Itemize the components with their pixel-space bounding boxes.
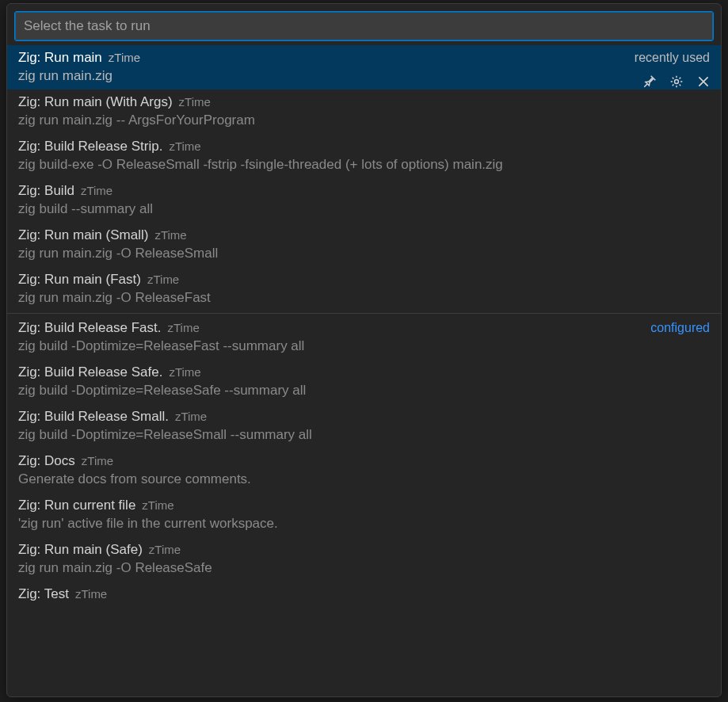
task-item[interactable]: Zig: Build Release Safe.zTimezig build -… [7, 360, 721, 404]
task-description: zig build-exe -O ReleaseSmall -fstrip -f… [18, 157, 710, 173]
task-description: zig run main.zig -O ReleaseFast [18, 290, 710, 306]
task-title: Zig: Run main [18, 50, 102, 66]
gear-icon[interactable] [667, 72, 686, 91]
task-item[interactable]: Zig: DocszTimeGenerate docs from source … [7, 448, 721, 493]
task-title: Zig: Run main (With Args) [18, 94, 173, 110]
configured-badge: configured [650, 321, 710, 335]
task-source: zTime [81, 184, 112, 197]
task-list: Zig: Run mainzTimezig run main.zigrecent… [7, 45, 721, 696]
task-description: zig run main.zig [18, 68, 710, 84]
search-container [7, 4, 721, 45]
task-title: Zig: Run main (Small) [18, 227, 148, 243]
task-title: Zig: Build Release Fast. [18, 320, 161, 336]
task-description: zig build -Doptimize=ReleaseSmall --summ… [18, 427, 710, 443]
task-title: Zig: Build Release Safe. [18, 364, 162, 380]
task-source: zTime [75, 587, 107, 601]
task-title: Zig: Docs [18, 453, 75, 469]
task-title: Zig: Build Release Strip. [18, 139, 162, 155]
close-icon[interactable] [694, 72, 713, 91]
quick-pick-panel: Zig: Run mainzTimezig run main.zigrecent… [6, 3, 722, 697]
task-title: Zig: Run main (Safe) [18, 542, 143, 558]
task-source: zTime [142, 498, 173, 512]
task-item[interactable]: Zig: BuildzTimezig build --summary all [7, 178, 721, 223]
task-item[interactable]: Zig: Run main (With Args)zTimezig run ma… [7, 90, 721, 134]
recently-used-badge: recently used [635, 51, 710, 65]
task-title: Zig: Test [18, 586, 69, 602]
task-item[interactable]: Zig: Run main (Fast)zTimezig run main.zi… [7, 267, 721, 311]
task-source: zTime [147, 273, 179, 286]
task-item[interactable]: Zig: Run main (Small)zTimezig run main.z… [7, 223, 721, 267]
task-source: zTime [169, 139, 200, 153]
task-source: zTime [149, 543, 181, 556]
task-item[interactable]: Zig: Run main (Safe)zTimezig run main.zi… [7, 537, 721, 582]
task-item[interactable]: Zig: Build Release Fast.zTimezig build -… [7, 315, 721, 360]
task-item[interactable]: Zig: Build Release Small.zTimezig build … [7, 404, 721, 448]
task-title: Zig: Build [18, 183, 74, 199]
task-description: 'zig run' active file in the current wor… [18, 516, 710, 532]
task-source: zTime [179, 95, 211, 109]
task-source: zTime [154, 228, 186, 242]
group-separator [7, 313, 721, 314]
task-item[interactable]: Zig: Run current filezTime'zig run' acti… [7, 493, 721, 537]
task-description: zig run main.zig -O ReleaseSafe [18, 560, 710, 576]
task-title: Zig: Build Release Small. [18, 409, 169, 425]
pin-icon[interactable] [640, 72, 659, 91]
task-actions [640, 72, 713, 91]
task-item[interactable]: Zig: TestzTime [7, 582, 721, 610]
task-source: zTime [175, 410, 207, 423]
task-source: zTime [167, 321, 199, 334]
task-description: zig build -Doptimize=ReleaseSafe --summa… [18, 383, 710, 399]
task-description: zig run main.zig -- ArgsForYourProgram [18, 113, 710, 128]
task-description: zig build --summary all [18, 201, 710, 217]
task-search-input[interactable] [15, 12, 713, 40]
task-item[interactable]: Zig: Run mainzTimezig run main.zigrecent… [7, 45, 721, 90]
svg-point-0 [675, 80, 679, 84]
task-source: zTime [82, 454, 113, 467]
task-title: Zig: Run main (Fast) [18, 272, 141, 288]
task-source: zTime [109, 51, 140, 64]
task-title: Zig: Run current file [18, 498, 135, 513]
task-item[interactable]: Zig: Build Release Strip.zTimezig build-… [7, 134, 721, 178]
task-description: zig build -Doptimize=ReleaseFast --summa… [18, 338, 710, 354]
task-description: zig run main.zig -O ReleaseSmall [18, 246, 710, 261]
task-source: zTime [169, 365, 200, 379]
task-description: Generate docs from source comments. [18, 471, 710, 487]
